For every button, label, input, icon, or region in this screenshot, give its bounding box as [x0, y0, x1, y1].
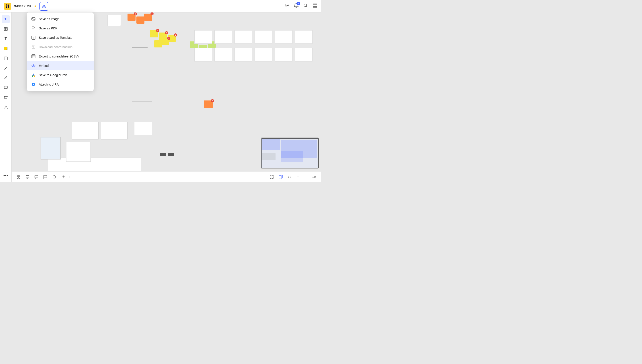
embed-icon	[31, 64, 36, 68]
canvas-card-right5	[275, 30, 292, 44]
menu-item-save-image-label: Save as image	[39, 17, 60, 21]
bt-frames-icon[interactable]	[15, 174, 22, 180]
canvas-card-right3	[235, 30, 252, 44]
expand-icon[interactable]	[268, 173, 275, 180]
map-icon[interactable]	[277, 173, 284, 180]
menu-item-embed[interactable]: Embed	[27, 61, 94, 70]
svg-point-2	[286, 5, 288, 6]
canvas-sticky-orange: 1	[128, 14, 136, 21]
svg-rect-10	[6, 29, 7, 30]
menu-item-export-csv[interactable]: Export to spreadsheet (CSV)	[27, 52, 94, 61]
menu-item-download-backup: Download board backup	[27, 42, 94, 52]
bottom-toolbar-left: ‹	[15, 174, 70, 180]
canvas-sticky-orange3: 1	[144, 14, 152, 21]
header-left: WEEEK.RU ★	[4, 2, 48, 11]
svg-rect-14	[4, 86, 7, 89]
canvas-card-r2-4	[255, 48, 272, 62]
bt-lightning-icon[interactable]	[60, 174, 67, 180]
bt-chevron-icon[interactable]: ‹	[69, 175, 70, 178]
left-sidebar: T	[0, 12, 12, 182]
canvas-card-right1	[194, 30, 212, 44]
canvas-line1	[132, 47, 148, 48]
sidebar-item-pen[interactable]	[2, 74, 10, 82]
canvas-card	[108, 15, 121, 26]
menu-item-save-pdf-label: Save as PDF	[39, 26, 57, 30]
canvas-doc-white1	[66, 142, 91, 162]
menu-item-jira-label: Attach to JIRA	[39, 83, 59, 86]
sidebar-item-select[interactable]	[2, 15, 10, 23]
canvas-sticky-yellow5	[154, 40, 162, 48]
sidebar-item-line[interactable]	[2, 64, 10, 72]
zoom-out-button[interactable]: −	[295, 174, 301, 180]
svg-rect-34	[17, 177, 18, 178]
sidebar-item-frames[interactable]	[2, 25, 10, 33]
canvas-card-r2-6	[295, 48, 313, 62]
canvas-sticky-mid: 1	[204, 100, 213, 108]
menu-item-save-pdf[interactable]: Save as PDF	[27, 24, 94, 33]
fit-width-icon[interactable]	[286, 173, 293, 180]
svg-rect-5	[313, 5, 317, 6]
board-name: WEEEK.RU	[14, 4, 31, 8]
header-right: 18	[284, 3, 317, 9]
canvas-card-r2-3	[235, 48, 252, 62]
sidebar-more-button[interactable]: •••	[2, 171, 10, 179]
save-template-icon	[31, 36, 36, 40]
sidebar-item-crop[interactable]	[2, 94, 10, 102]
canvas-card-right6	[295, 30, 313, 44]
menu-item-save-image[interactable]: Save as image	[27, 14, 94, 24]
export-button[interactable]	[40, 2, 48, 11]
canvas-sticky-yellow1: 1	[150, 30, 158, 38]
svg-rect-26	[32, 54, 35, 58]
menu-item-jira[interactable]: Attach to JIRA	[27, 80, 94, 89]
zoom-in-button[interactable]: +	[303, 174, 309, 180]
canvas-card-r2-1	[194, 48, 212, 62]
sidebar-item-comment[interactable]	[2, 84, 10, 92]
canvas-doc1	[72, 122, 99, 140]
svg-rect-9	[4, 29, 6, 30]
svg-rect-37	[35, 175, 38, 178]
miro-logo[interactable]	[4, 2, 12, 10]
bt-scale-icon[interactable]	[51, 174, 58, 180]
svg-line-31	[33, 64, 34, 67]
menu-item-save-template-label: Save board as Template	[39, 36, 73, 40]
sidebar-item-shapes[interactable]	[2, 54, 10, 62]
svg-rect-1	[42, 7, 46, 8]
menu-item-embed-label: Embed	[39, 64, 49, 68]
svg-rect-8	[6, 28, 7, 29]
save-pdf-icon	[31, 26, 36, 30]
svg-rect-12	[4, 57, 7, 60]
mini-map[interactable]	[261, 138, 319, 169]
sidebar-item-sticky[interactable]	[2, 44, 10, 52]
canvas-card-r2-2	[214, 48, 232, 62]
search-icon[interactable]	[303, 3, 308, 9]
svg-rect-23	[32, 36, 35, 40]
svg-rect-11	[4, 47, 7, 50]
sidebar-item-upload[interactable]	[2, 103, 10, 112]
svg-rect-15	[5, 96, 7, 99]
zoom-level: 1%	[311, 175, 317, 178]
download-backup-icon	[31, 45, 36, 49]
google-drive-icon	[31, 73, 36, 77]
jira-icon	[31, 82, 36, 87]
menu-item-save-template[interactable]: Save board as Template	[27, 33, 94, 42]
menu-item-google-drive[interactable]: Save to GoogleDrive	[27, 70, 94, 80]
notifications-icon[interactable]: 18	[294, 3, 299, 9]
star-icon[interactable]: ★	[34, 4, 37, 8]
settings-icon[interactable]	[284, 3, 289, 9]
svg-rect-7	[4, 28, 6, 29]
canvas-card-right2	[214, 30, 232, 44]
bt-comment-icon[interactable]	[33, 174, 40, 180]
bt-chat-icon[interactable]	[42, 174, 49, 180]
svg-rect-35	[19, 177, 20, 178]
bt-present-icon[interactable]	[24, 174, 31, 180]
canvas-sticky-orange2	[136, 16, 145, 24]
svg-rect-6	[313, 6, 317, 7]
svg-rect-21	[32, 18, 35, 20]
canvas-hline2	[132, 102, 152, 102]
menu-item-export-csv-label: Export to spreadsheet (CSV)	[39, 54, 79, 58]
board-list-icon[interactable]	[313, 3, 317, 9]
sidebar-item-text[interactable]: T	[2, 35, 10, 43]
export-csv-icon	[31, 54, 36, 58]
bottom-toolbar-right: − + 1%	[268, 173, 317, 180]
bottom-toolbar: ‹ − + 1%	[12, 171, 321, 182]
